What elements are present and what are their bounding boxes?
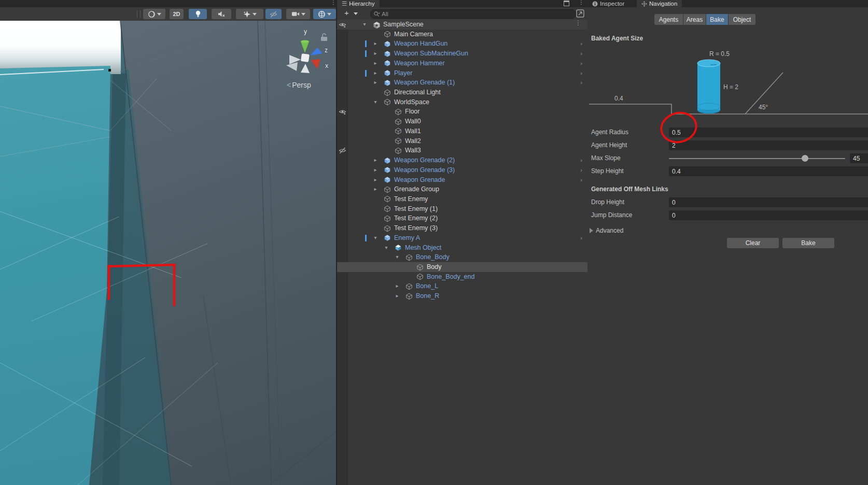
- max-slope-slider-track[interactable]: [669, 158, 845, 159]
- foldout-closed-icon[interactable]: ▸: [394, 293, 400, 298]
- prefab-open-chevron-icon[interactable]: ›: [580, 157, 582, 163]
- tab-inspector[interactable]: Inspector: [587, 0, 629, 7]
- eye-off-icon[interactable]: [339, 147, 346, 154]
- eye-icon[interactable]: [339, 108, 346, 116]
- foldout-closed-icon[interactable]: ▸: [394, 283, 400, 289]
- tree-row-bone-l[interactable]: ▸Bone_L: [337, 281, 589, 291]
- mode-tab-bake[interactable]: Bake: [706, 14, 728, 25]
- foldout-closed-icon[interactable]: ▸: [372, 186, 379, 192]
- advanced-foldout[interactable]: Advanced: [590, 227, 623, 234]
- foldout-closed-icon[interactable]: ▸: [372, 79, 379, 85]
- tree-row-mesh-object[interactable]: ▾Mesh Object: [337, 243, 589, 253]
- tree-row-weapon-hammer[interactable]: ▸Weapon Hammer›: [337, 59, 589, 68]
- tree-row-test-enemy-2-[interactable]: Test Enemy (2): [337, 213, 589, 223]
- projection-mode-label[interactable]: <Persp: [287, 81, 311, 89]
- tree-row-bone-body[interactable]: ▾Bone_Body: [337, 252, 589, 262]
- tab-navigation[interactable]: Navigation: [637, 0, 682, 7]
- audio-mute-button[interactable]: [212, 9, 231, 19]
- prefab-open-chevron-icon[interactable]: ›: [580, 79, 582, 85]
- foldout-closed-icon[interactable]: ▸: [372, 177, 379, 182]
- foldout-closed-icon[interactable]: ▸: [372, 40, 379, 46]
- prefab-open-chevron-icon[interactable]: ›: [580, 50, 582, 56]
- scene-lighting-button[interactable]: [189, 9, 207, 19]
- cube-icon: [384, 89, 391, 96]
- gizmo-axis-z-label[interactable]: z: [325, 47, 328, 54]
- eye-icon[interactable]: [339, 21, 346, 28]
- foldout-closed-icon[interactable]: ▸: [372, 50, 379, 56]
- prefab-open-chevron-icon[interactable]: ›: [580, 70, 582, 76]
- tree-row-weapon-grenade-2-[interactable]: ▸Weapon Grenade (2)›: [337, 155, 589, 165]
- tree-row-test-enemy-3-[interactable]: Test Enemy (3): [337, 223, 589, 233]
- prefab-cube-icon: [384, 176, 391, 183]
- tree-row-label: Test Enemy (2): [394, 215, 438, 222]
- tree-row-weapon-grenade-3-[interactable]: ▸Weapon Grenade (3)›: [337, 165, 589, 175]
- agent-height-field[interactable]: 2: [669, 140, 868, 150]
- gizmo-axis-x-label[interactable]: x: [325, 62, 328, 69]
- padlock-icon[interactable]: [321, 34, 327, 41]
- agent-radius-field[interactable]: 0.5: [669, 127, 868, 137]
- tree-row-bone-body-end[interactable]: Bone_Body_end: [337, 272, 589, 282]
- prefab-open-chevron-icon[interactable]: ›: [580, 167, 582, 173]
- foldout-open-icon[interactable]: ▾: [372, 99, 379, 105]
- scene-options-kebab-icon[interactable]: ⋮: [575, 22, 581, 24]
- tree-row-test-enemy[interactable]: Test Enemy: [337, 194, 589, 204]
- shading-mode-button[interactable]: [143, 9, 165, 19]
- mode-tab-areas[interactable]: Areas: [683, 14, 706, 25]
- tree-row-weapon-grenade-1-[interactable]: ▸Weapon Grenade (1)›: [337, 78, 589, 88]
- foldout-closed-icon[interactable]: ▸: [372, 60, 379, 66]
- tree-row-grenade-group[interactable]: ▸Grenade Group: [337, 184, 589, 194]
- tree-row-directional-light[interactable]: Directional Light: [337, 88, 589, 97]
- tree-row-enemy-a[interactable]: ▾Enemy A›: [337, 233, 589, 243]
- max-slope-slider-knob[interactable]: [802, 155, 808, 162]
- kebab-menu-icon[interactable]: ⋮: [330, 1, 336, 4]
- step-height-field[interactable]: 0.4: [669, 166, 868, 176]
- foldout-open-icon[interactable]: ▾: [361, 21, 368, 27]
- max-slope-value-field[interactable]: 45: [850, 153, 868, 163]
- jump-distance-field[interactable]: 0: [669, 210, 868, 220]
- tree-row-weapon-handgun[interactable]: ▸Weapon HandGun›: [337, 39, 589, 49]
- mode-tab-agents[interactable]: Agents: [654, 14, 683, 25]
- gizmos-button[interactable]: [313, 9, 336, 19]
- tree-row-samplescene[interactable]: ▾SampleScene⋮: [337, 20, 589, 30]
- prefab-open-chevron-icon[interactable]: ›: [580, 40, 582, 47]
- gizmo-axis-y-label[interactable]: y: [304, 28, 307, 35]
- clear-button[interactable]: Clear: [727, 238, 779, 248]
- drop-height-field[interactable]: 0: [669, 197, 868, 207]
- 2d-toggle-button[interactable]: 2D: [170, 9, 184, 19]
- tree-row-worldspace[interactable]: ▾WorldSpace: [337, 97, 589, 107]
- prefab-cube-icon: [384, 234, 391, 241]
- foldout-closed-icon[interactable]: ▸: [372, 70, 379, 76]
- scene-3d-viewport[interactable]: y z x <Persp: [0, 21, 336, 485]
- prefab-open-chevron-icon[interactable]: ›: [580, 235, 582, 241]
- tree-row-wall0[interactable]: Wall0: [337, 117, 589, 126]
- tree-row-wall3[interactable]: Wall3: [337, 146, 589, 155]
- toolbar-drag-handle[interactable]: [137, 10, 141, 18]
- scene-overlay-lines: [0, 21, 336, 485]
- tree-row-bone-r[interactable]: ▸Bone_R: [337, 291, 589, 301]
- tree-row-wall1[interactable]: Wall1: [337, 126, 589, 136]
- tree-row-weapon-submachinegun[interactable]: ▸Weapon SubMachineGun›: [337, 49, 589, 59]
- scene-camera-button[interactable]: [286, 9, 310, 19]
- tree-row-player[interactable]: ▸Player›: [337, 68, 589, 78]
- tree-row-body[interactable]: Body: [337, 262, 589, 272]
- foldout-open-icon[interactable]: ▾: [394, 254, 400, 260]
- foldout-closed-icon[interactable]: ▸: [372, 157, 379, 163]
- bake-button[interactable]: Bake: [782, 238, 834, 248]
- hidden-objects-button[interactable]: [265, 9, 282, 19]
- field-label: Jump Distance: [591, 211, 632, 219]
- mode-tab-object[interactable]: Object: [729, 14, 755, 25]
- foldout-open-icon[interactable]: ▾: [372, 235, 379, 240]
- effects-button[interactable]: [236, 9, 263, 19]
- tree-row-weapon-grenade[interactable]: ▸Weapon Grenade›: [337, 175, 589, 185]
- hierarchy-tree: ▾SampleScene⋮Main Camera▸Weapon HandGun›…: [337, 0, 589, 485]
- foldout-closed-icon[interactable]: ▸: [372, 167, 379, 173]
- prefab-open-chevron-icon[interactable]: ›: [580, 60, 582, 66]
- prefab-open-chevron-icon[interactable]: ›: [580, 177, 582, 183]
- tree-row-floor[interactable]: Floor: [337, 107, 589, 117]
- foldout-open-icon[interactable]: ▾: [383, 245, 389, 250]
- tree-row-main-camera[interactable]: Main Camera: [337, 30, 589, 39]
- tree-row-test-enemy-1-[interactable]: Test Enemy (1): [337, 204, 589, 214]
- orientation-gizmo[interactable]: [286, 40, 323, 73]
- tree-row-wall2[interactable]: Wall2: [337, 136, 589, 146]
- navigation-panel: Inspector Navigation AgentsAreasBakeObje…: [587, 0, 868, 485]
